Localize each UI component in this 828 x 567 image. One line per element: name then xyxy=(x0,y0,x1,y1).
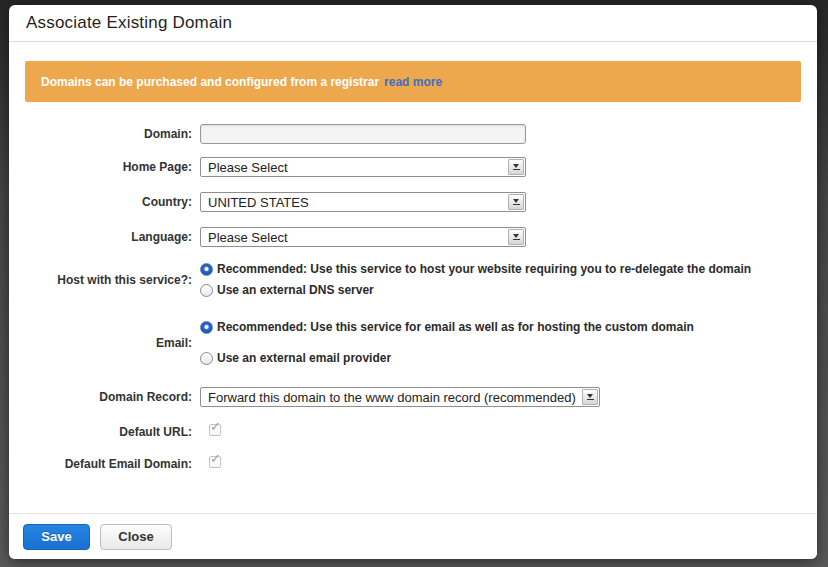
country-select[interactable]: UNITED STATES xyxy=(200,192,526,212)
domain-record-select[interactable]: Forward this domain to the www domain re… xyxy=(200,387,600,407)
radio-unselected-icon[interactable] xyxy=(200,352,213,365)
dropdown-arrow-icon[interactable] xyxy=(582,389,598,405)
banner-text: Domains can be purchased and configured … xyxy=(41,75,379,89)
email-row: Email: Recommended: Use this service for… xyxy=(9,319,817,367)
home-page-select[interactable]: Please Select xyxy=(200,157,526,177)
language-label: Language: xyxy=(9,227,200,244)
home-page-row: Home Page: Please Select xyxy=(9,157,817,177)
country-row: Country: UNITED STATES xyxy=(9,192,817,212)
dialog-footer: Save Close xyxy=(9,513,817,559)
home-page-label: Home Page: xyxy=(9,157,200,174)
domain-record-selected-value: Forward this domain to the www domain re… xyxy=(201,388,599,405)
checkmark-icon: ✓ xyxy=(210,451,221,466)
host-service-options: Recommended: Use this service to host yo… xyxy=(200,261,751,299)
email-recommended-text: Recommended: Use this service for email … xyxy=(217,319,694,336)
default-url-checkbox: ✓ xyxy=(209,424,221,436)
host-service-row: Host with this service?: Recommended: Us… xyxy=(9,261,817,299)
home-page-selected-value: Please Select xyxy=(201,158,525,175)
default-email-domain-row: Default Email Domain: ✓ xyxy=(9,454,817,471)
email-external-provider-option[interactable]: Use an external email provider xyxy=(200,350,694,367)
country-label: Country: xyxy=(9,192,200,209)
domain-record-label: Domain Record: xyxy=(9,387,200,404)
dialog-header: Associate Existing Domain xyxy=(9,5,817,42)
email-recommended-option[interactable]: Recommended: Use this service for email … xyxy=(200,319,694,336)
email-external-provider-text: Use an external email provider xyxy=(217,350,391,367)
default-url-row: Default URL: ✓ xyxy=(9,422,817,439)
dropdown-arrow-icon[interactable] xyxy=(508,159,524,175)
country-selected-value: UNITED STATES xyxy=(201,193,525,210)
associate-existing-domain-dialog: Associate Existing Domain Domains can be… xyxy=(9,5,817,559)
domain-form: Domain: Home Page: Please Select Country… xyxy=(9,124,817,471)
host-service-label: Host with this service?: xyxy=(9,274,200,287)
host-recommended-text: Recommended: Use this service to host yo… xyxy=(217,261,751,278)
dropdown-arrow-icon[interactable] xyxy=(508,229,524,245)
email-label: Email: xyxy=(9,337,200,350)
dialog-title: Associate Existing Domain xyxy=(26,13,232,33)
close-button[interactable]: Close xyxy=(100,524,172,550)
domain-record-row: Domain Record: Forward this domain to th… xyxy=(9,387,817,407)
language-select[interactable]: Please Select xyxy=(200,227,526,247)
host-external-dns-text: Use an external DNS server xyxy=(217,282,374,299)
save-button[interactable]: Save xyxy=(23,524,90,550)
email-options: Recommended: Use this service for email … xyxy=(200,319,694,367)
info-banner: Domains can be purchased and configured … xyxy=(25,61,801,102)
radio-unselected-icon[interactable] xyxy=(200,284,213,297)
domain-label: Domain: xyxy=(9,124,200,141)
dropdown-arrow-icon[interactable] xyxy=(508,194,524,210)
domain-row: Domain: xyxy=(9,124,817,144)
host-recommended-option[interactable]: Recommended: Use this service to host yo… xyxy=(200,261,751,278)
language-row: Language: Please Select xyxy=(9,227,817,247)
default-email-domain-checkbox: ✓ xyxy=(209,456,221,468)
default-email-domain-label: Default Email Domain: xyxy=(9,454,200,471)
host-external-dns-option[interactable]: Use an external DNS server xyxy=(200,282,751,299)
domain-input[interactable] xyxy=(200,124,526,144)
radio-selected-icon[interactable] xyxy=(200,263,213,276)
checkmark-icon: ✓ xyxy=(210,419,221,434)
read-more-link[interactable]: read more xyxy=(384,75,442,89)
default-url-label: Default URL: xyxy=(9,422,200,439)
language-selected-value: Please Select xyxy=(201,228,525,245)
radio-selected-icon[interactable] xyxy=(200,321,213,334)
